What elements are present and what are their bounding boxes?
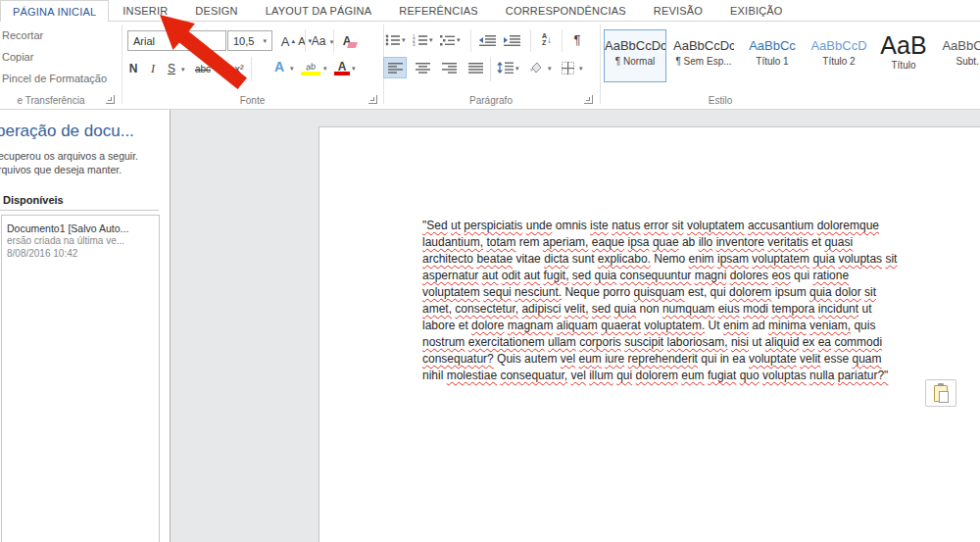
font-size-combobox[interactable]: 10,5 ▾ — [227, 30, 272, 51]
misspelled-word: aut — [482, 269, 499, 282]
misspelled-word: totam — [486, 235, 515, 249]
tab-inserir[interactable]: INSERIR — [109, 0, 181, 21]
style-preview: AaBbCcDc — [673, 38, 734, 53]
misspelled-word: nulla — [809, 369, 834, 382]
style-preview: AaB — [875, 31, 932, 60]
chevron-down-icon[interactable]: ▾ — [352, 65, 356, 72]
tab-layout-da-p-gina[interactable]: LAYOUT DA PÁGINA — [252, 0, 386, 21]
misspelled-word: adipisci — [521, 302, 561, 316]
increase-indent-button[interactable] — [502, 30, 521, 50]
word: Ut — [709, 319, 720, 332]
style-label: Título 1 — [742, 56, 803, 67]
style-card-t-tulo-2[interactable]: AaBbCcDTítulo 2 — [809, 29, 868, 82]
chevron-down-icon[interactable]: ▾ — [579, 65, 583, 72]
underline-button[interactable]: S — [165, 59, 178, 78]
copy-button[interactable]: Copiar — [2, 51, 33, 63]
font-dialog-launcher-icon[interactable] — [368, 95, 377, 104]
strikethrough-button[interactable]: abc — [192, 59, 214, 78]
misspelled-word: ullam — [548, 335, 576, 349]
style-card-t-tulo[interactable]: AaBTítulo — [874, 29, 933, 82]
recovery-pane-title: peração de docu... — [0, 122, 134, 141]
bold-button[interactable]: N — [125, 59, 141, 78]
highlight-color-button[interactable]: ab — [300, 57, 321, 76]
tab-refer-ncias[interactable]: REFERÊNCIAS — [385, 0, 491, 21]
tab-exibi-o[interactable]: EXIBIÇÃO — [716, 0, 797, 21]
align-center-icon — [416, 63, 430, 74]
misspelled-word: quam — [852, 352, 881, 366]
document-page[interactable]: "Sed ut perspiciatis unde omnis iste nat… — [318, 126, 980, 542]
misspelled-word: ratione — [812, 269, 849, 282]
subscript-button[interactable]: x₂ — [214, 59, 229, 78]
numbering-button[interactable]: 1 2 3 — [412, 30, 429, 50]
button-separator — [305, 29, 306, 52]
chevron-down-icon[interactable]: ▾ — [290, 65, 294, 72]
change-case-button[interactable]: Aa ▾ — [310, 31, 335, 51]
multilevel-list-button[interactable] — [439, 30, 457, 50]
multilevel-list-icon — [440, 34, 456, 46]
misspelled-word: illo — [699, 235, 713, 249]
chevron-down-icon[interactable]: ▾ — [515, 65, 519, 72]
misspelled-word: aspernatur — [422, 269, 478, 282]
shading-button[interactable] — [525, 57, 547, 78]
misspelled-word: voluptate — [749, 352, 797, 366]
misspelled-word: beatae — [476, 252, 513, 266]
superscript-button[interactable]: x² — [231, 59, 247, 78]
style-card--normal[interactable]: AaBbCcDc¶ Normal — [604, 29, 666, 82]
misspelled-word: natus — [612, 219, 640, 232]
chevron-down-icon[interactable]: ▾ — [429, 36, 433, 43]
bullets-button[interactable] — [384, 30, 402, 50]
misspelled-word: "Sed — [422, 219, 448, 232]
chevron-down-icon[interactable]: ▾ — [548, 65, 552, 72]
cut-button[interactable]: Recortar — [2, 29, 43, 41]
ribbon-tab-bar: PÁGINA INICIALINSERIRDESIGNLAYOUT DA PÁG… — [0, 0, 980, 22]
word: qui — [701, 352, 716, 366]
chevron-down-icon[interactable]: ▾ — [323, 65, 327, 72]
document-line: laudantium, totam rem aperiam, eaque ips… — [422, 234, 897, 251]
align-left-button[interactable] — [383, 57, 407, 78]
borders-button[interactable] — [557, 57, 578, 78]
sort-button[interactable]: AZ ↓ — [537, 29, 557, 49]
grow-font-button[interactable]: A ▴ — [277, 31, 293, 51]
style-card-subt-[interactable]: AaBbCcDSubt... — [939, 29, 980, 82]
chevron-down-icon[interactable]: ▾ — [457, 36, 461, 43]
show-marks-button[interactable]: ¶ — [568, 29, 586, 49]
tab-correspond-ncias[interactable]: CORRESPONDÊNCIAS — [492, 0, 640, 21]
word: quis — [854, 319, 875, 332]
italic-button[interactable]: I — [146, 59, 160, 78]
clipboard-dialog-launcher-icon[interactable] — [106, 95, 115, 104]
chevron-down-icon[interactable]: ▾ — [402, 36, 406, 43]
style-card--sem-esp-[interactable]: AaBbCcDc¶ Sem Esp... — [672, 29, 735, 82]
recovered-file-item[interactable]: Documento1 [Salvo Auto... — [7, 222, 128, 234]
chevron-down-icon[interactable]: ▾ — [181, 66, 185, 73]
document-line: voluptatem sequi nesciunt. Neque porro q… — [422, 284, 897, 301]
button-separator — [333, 29, 334, 52]
misspelled-word: quo — [740, 369, 760, 382]
tab-p-gina-inicial[interactable]: PÁGINA INICIAL — [0, 0, 109, 22]
tab-revis-o[interactable]: REVISÃO — [640, 0, 716, 21]
misspelled-word: laudantium, — [422, 235, 483, 249]
justify-button[interactable] — [464, 57, 487, 78]
group-separator — [122, 25, 122, 104]
clear-formatting-button[interactable]: A — [337, 31, 357, 51]
align-right-button[interactable] — [437, 57, 461, 78]
text-effects-button[interactable]: A — [270, 57, 288, 76]
paragraph-dialog-launcher-icon[interactable] — [584, 95, 593, 104]
format-painter-button[interactable]: Pincel de Formatação — [2, 73, 107, 84]
misspelled-word: consequatur, — [500, 369, 567, 382]
line-spacing-icon — [497, 62, 514, 74]
align-left-icon — [388, 63, 403, 74]
word: ipsum — [775, 285, 807, 299]
document-text[interactable]: "Sed ut perspiciatis unde omnis iste nat… — [422, 218, 897, 384]
word: autem — [524, 352, 557, 366]
group-separator — [600, 25, 601, 104]
align-center-button[interactable] — [411, 57, 434, 78]
style-label: Subt... — [940, 56, 980, 67]
shrink-font-button[interactable]: A ▾ — [294, 31, 310, 51]
style-card-t-tulo-1[interactable]: AaBbCcTítulo 1 — [741, 29, 804, 82]
line-spacing-button[interactable] — [495, 57, 514, 78]
decrease-indent-button[interactable] — [477, 30, 497, 50]
tab-design[interactable]: DESIGN — [181, 0, 251, 21]
font-color-button[interactable]: A — [333, 57, 351, 76]
paste-options-button[interactable] — [925, 379, 956, 407]
font-name-combobox[interactable]: Arial — [127, 30, 226, 51]
